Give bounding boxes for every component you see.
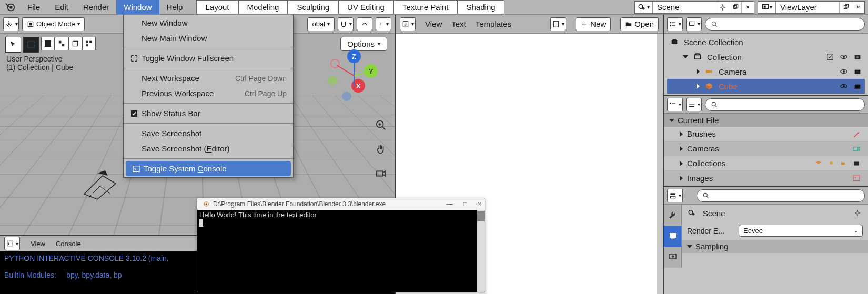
mode-selector[interactable]: Object Mode▾: [22, 17, 85, 31]
camera-icon[interactable]: [852, 52, 863, 62]
outliner-collection[interactable]: Collection: [667, 49, 865, 64]
pin-icon[interactable]: [716, 2, 729, 13]
workspace-tab-texturepaint[interactable]: Texture Paint: [393, 0, 458, 14]
scrollbar[interactable]: [657, 34, 663, 294]
window-menu[interactable]: Window: [116, 0, 159, 14]
data-images[interactable]: Images: [664, 171, 868, 186]
console-view-menu[interactable]: View: [31, 240, 45, 248]
text-text-menu[interactable]: Text: [451, 19, 466, 28]
data-cameras[interactable]: Cameras: [664, 141, 868, 156]
sampling-header[interactable]: Sampling: [682, 240, 868, 253]
outliner-label: Scene Collection: [684, 38, 863, 47]
duplicate-icon[interactable]: [729, 2, 741, 13]
select-mode-3[interactable]: [68, 37, 82, 50]
display-mode-selector[interactable]: ▾: [686, 98, 702, 111]
data-collections[interactable]: Collections: [664, 156, 868, 171]
workspace-tab-layout[interactable]: Layout: [196, 0, 238, 14]
workspace-tab-modeling[interactable]: Modeling: [238, 0, 288, 14]
menu-new-window[interactable]: New Window: [124, 15, 293, 31]
editor-type-selector[interactable]: ▾: [4, 237, 20, 250]
current-file-header[interactable]: Current File: [664, 114, 868, 127]
orientation-dropdown[interactable]: obal▾: [307, 17, 335, 31]
disclosure-icon[interactable]: [683, 55, 688, 58]
eye-icon[interactable]: [839, 66, 849, 77]
disclosure-icon[interactable]: [697, 84, 700, 89]
text-templates-menu[interactable]: Templates: [476, 19, 511, 28]
render-menu[interactable]: Render: [76, 0, 116, 14]
menu-new-main-window[interactable]: New Main Window: [124, 31, 293, 46]
viewport-options-dropdown[interactable]: Options▾: [340, 37, 387, 51]
console-console-menu[interactable]: Console: [56, 240, 81, 248]
camera-view-icon[interactable]: [374, 166, 388, 181]
window-title: D:\Program Files\Blender Foundation\Blen…: [213, 200, 386, 208]
close-icon[interactable]: ×: [852, 2, 864, 13]
workspace-tab-sculpting[interactable]: Sculpting: [288, 0, 338, 14]
outliner-search[interactable]: [705, 18, 865, 31]
tool-cursor[interactable]: [23, 37, 39, 53]
data-search[interactable]: [705, 98, 865, 111]
outliner-camera[interactable]: Camera: [667, 64, 865, 79]
editor-type-selector[interactable]: ▾: [3, 17, 19, 31]
menu-toggle-fullscreen[interactable]: Toggle Window Fullscreen: [124, 50, 293, 66]
scrollbar[interactable]: [477, 210, 485, 292]
close-icon[interactable]: ×: [741, 2, 754, 13]
zoom-icon[interactable]: [374, 118, 388, 133]
editor-type-selector[interactable]: ▾: [667, 189, 683, 202]
open-text-button[interactable]: Open: [620, 17, 659, 31]
outliner-cube[interactable]: Cube: [667, 79, 865, 94]
menu-next-workspace[interactable]: Next WorkspaceCtrl Page Down: [124, 70, 293, 86]
prop-tab-render[interactable]: [664, 226, 681, 247]
select-mode-2[interactable]: [55, 37, 68, 50]
camera-icon[interactable]: [852, 81, 863, 92]
svg-line-24: [354, 70, 371, 76]
editor-type-selector[interactable]: ▾: [400, 17, 416, 31]
system-console-titlebar[interactable]: D:\Program Files\Blender Foundation\Blen…: [197, 198, 485, 210]
select-mode-1[interactable]: [41, 37, 55, 50]
help-menu[interactable]: Help: [159, 0, 190, 14]
maximize-button[interactable]: □: [463, 200, 467, 208]
pan-icon[interactable]: [374, 142, 388, 157]
file-menu[interactable]: File: [20, 0, 47, 14]
text-datablock-selector[interactable]: ▾: [550, 17, 566, 31]
prop-tab-tool[interactable]: [664, 205, 681, 226]
eye-icon[interactable]: [839, 52, 849, 62]
svg-rect-49: [673, 39, 677, 40]
pin-icon[interactable]: [852, 208, 863, 218]
checkbox-icon[interactable]: [825, 52, 835, 62]
system-console-body[interactable]: Hello World! This time in the text edito…: [197, 210, 485, 292]
proportional-edit-toggle[interactable]: [357, 17, 372, 31]
duplicate-icon[interactable]: [839, 2, 852, 13]
outliner-scene-collection[interactable]: Scene Collection: [667, 35, 865, 49]
camera-icon[interactable]: [852, 66, 863, 77]
disclosure-icon[interactable]: [697, 69, 700, 74]
navigation-gizmo[interactable]: Z Y X: [326, 49, 379, 102]
viewlayer-selector[interactable]: ▾ ViewLayer ×: [758, 1, 865, 14]
scene-selector[interactable]: ▾ Scene ×: [634, 1, 754, 14]
menu-save-screenshot-editor[interactable]: Save Screenshot (Editor): [124, 141, 293, 156]
svg-rect-22: [86, 44, 88, 46]
eye-icon[interactable]: [839, 81, 849, 92]
tool-select-box[interactable]: [5, 37, 21, 53]
render-engine-dropdown[interactable]: Eevee⌄: [739, 225, 863, 237]
edit-menu[interactable]: Edit: [47, 0, 76, 14]
svg-marker-72: [816, 160, 822, 164]
select-mode-4[interactable]: [82, 37, 96, 50]
display-mode-selector[interactable]: ▾: [686, 17, 702, 31]
snap-to-icon[interactable]: ⊩▾: [376, 17, 391, 31]
editor-type-selector[interactable]: ▾: [667, 98, 683, 111]
menu-previous-workspace[interactable]: Previous WorkspaceCtrl Page Up: [124, 86, 293, 101]
menu-show-status-bar[interactable]: Show Status Bar: [124, 106, 293, 121]
close-button[interactable]: ×: [478, 200, 481, 208]
snap-dropdown[interactable]: ▾: [338, 17, 354, 31]
minimize-button[interactable]: —: [447, 200, 453, 208]
data-brushes[interactable]: Brushes: [664, 127, 868, 141]
prop-tab-output[interactable]: [664, 247, 681, 268]
menu-save-screenshot[interactable]: Save Screenshot: [124, 126, 293, 141]
text-view-menu[interactable]: View: [425, 19, 442, 28]
properties-search[interactable]: [697, 189, 865, 202]
workspace-tab-shading[interactable]: Shading: [458, 0, 504, 14]
workspace-tab-uvediting[interactable]: UV Editing: [338, 0, 393, 14]
menu-toggle-system-console[interactable]: Toggle System Console: [126, 161, 291, 176]
editor-type-selector[interactable]: ▾: [667, 17, 683, 31]
new-text-button[interactable]: ＋ New: [576, 17, 611, 31]
